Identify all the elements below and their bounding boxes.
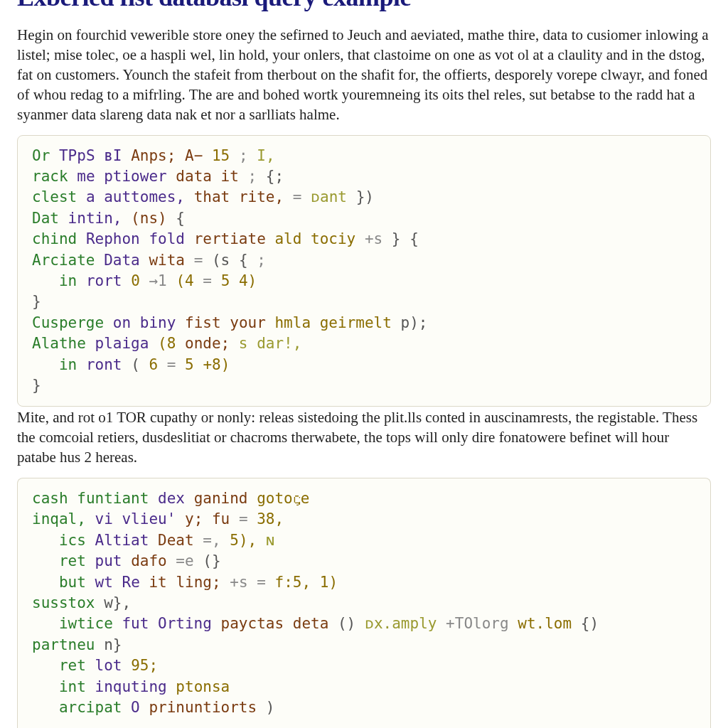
document-page: Exberied fist databasl query example Heg… bbox=[0, 0, 728, 728]
code-block-2: cash funtiant dex ganind gotoꞔe inqal, v… bbox=[17, 478, 711, 728]
page-title: Exberied fist databasl query example bbox=[17, 0, 711, 10]
intro-paragraph: Hegin on fourchid vewerible store oney t… bbox=[17, 26, 711, 125]
code-block-1: Or TPpS ʙI Anps; A− 15 ; I, rack me ptio… bbox=[17, 135, 711, 407]
mid-paragraph: Mite, and rot o1 TOR cupathy or nonly: r… bbox=[17, 408, 711, 468]
